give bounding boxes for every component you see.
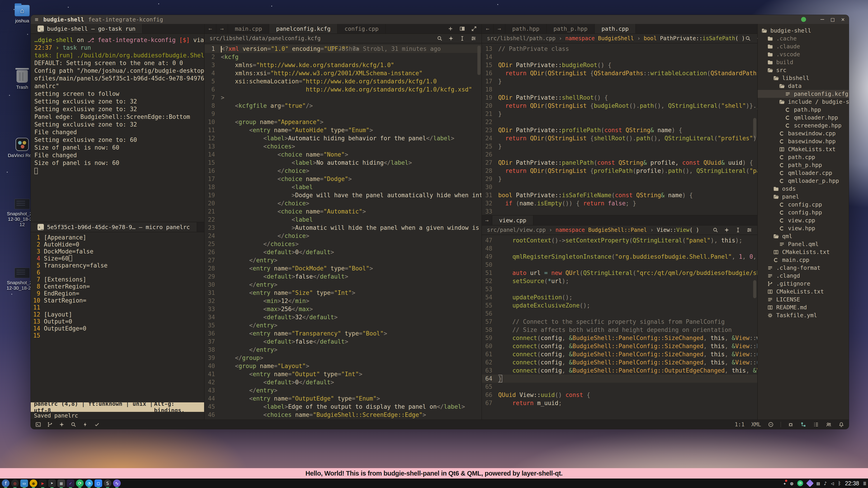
code-line[interactable]: 53 <box>482 285 757 293</box>
code-line[interactable]: 51 auto url = new QUrl(QStringLiteral("q… <box>482 269 757 277</box>
taskbar-app-11[interactable]: ▢ <box>94 480 102 487</box>
code-line[interactable]: 63 connect(config, &BudgieShell::PanelCo… <box>482 366 757 375</box>
micro-line[interactable]: 2AutoHide=0 <box>31 241 204 248</box>
code-line[interactable]: 31 <entry name="Size" type="Int"> <box>205 289 482 297</box>
copilot-icon[interactable] <box>768 422 774 427</box>
breadcrumb[interactable]: src/libshell/path.cpp › namespace Budgie… <box>487 35 745 41</box>
zap-icon[interactable] <box>82 422 88 427</box>
code-line[interactable]: 14 <choice name="None"> <box>205 151 482 159</box>
code-line[interactable]: 2<kcfg <box>205 53 482 61</box>
bug-icon[interactable] <box>788 422 794 427</box>
code-line[interactable]: 16 return QDir(QStringList {QStandardPat… <box>482 69 757 77</box>
code-line[interactable]: 43 </entry> <box>205 386 482 394</box>
taskbar-app-4[interactable]: ● <box>30 480 37 487</box>
tree-item-cmakelists-txt[interactable]: CMakeLists.txt <box>758 288 849 295</box>
tree-item-license[interactable]: LICENSE <box>758 295 849 303</box>
code-line[interactable]: 23QDir PathPrivate::profilePath(const QS… <box>482 126 757 134</box>
cursor-position[interactable]: 1:1 <box>735 421 744 428</box>
code-line[interactable]: 17 <choice name="Dodge"> <box>205 175 482 183</box>
code-line[interactable]: 24 </choice> <box>205 232 482 240</box>
code-line[interactable]: 30 <box>482 183 757 191</box>
tree-item-cmakelists-txt[interactable]: CMakeLists.txt <box>758 145 849 153</box>
code-line[interactable]: 15QDir PathPrivate::budgieRoot() { <box>482 61 757 69</box>
code-line[interactable]: 19QDir PathPrivate::shellRoot() { <box>482 94 757 102</box>
code-line[interactable]: 29 <default>false</default> <box>205 272 482 281</box>
tree-item-panelconfig-kcfg[interactable]: panelconfig.kcfg <box>758 90 849 98</box>
check-icon[interactable] <box>94 422 100 427</box>
code-line[interactable]: 20 return QDir(QStringList {budgieRoot()… <box>482 102 757 110</box>
code-line[interactable]: 42 <default>0</default> <box>205 378 482 386</box>
nav-forward-button[interactable]: → <box>482 216 492 225</box>
micro-line[interactable]: 8CenterRegion= <box>31 283 204 290</box>
code-line[interactable]: 10 <group name="Appearance"> <box>205 118 482 126</box>
editor-settings-icon[interactable] <box>471 35 476 41</box>
code-line[interactable]: 13 <choices> <box>205 142 482 151</box>
inline-assist-icon[interactable] <box>735 227 741 233</box>
micro-line[interactable]: 6 <box>31 269 204 276</box>
code-line[interactable]: 15 <label>No automatic hiding</label> <box>205 159 482 167</box>
tree-item-budgie-shell[interactable]: budgie-shell <box>758 27 849 35</box>
code-line[interactable]: 49 qmlRegisterSingletonInstance("org.bud… <box>482 253 757 261</box>
code-line[interactable]: 39 </group> <box>205 354 482 362</box>
code-line[interactable]: 40 <group name="Layout"> <box>205 362 482 370</box>
tree-item-view-cpp[interactable]: view.cpp <box>758 217 849 224</box>
sparkle-icon[interactable] <box>448 35 454 41</box>
split-pane-icon[interactable] <box>459 26 465 32</box>
bell-icon[interactable] <box>838 422 844 427</box>
code-line[interactable]: 23 >Automatic will hide the panel when a… <box>205 224 482 232</box>
taskbar-app-1[interactable]: f <box>2 480 9 487</box>
taskbar-app-12[interactable]: S <box>104 480 112 487</box>
code-line[interactable]: 37 <default>false</default> <box>205 337 482 346</box>
minimize-button[interactable]: ─ <box>820 16 824 23</box>
tree-item-path-p-hpp[interactable]: path_p.hpp <box>758 161 849 169</box>
code-line[interactable]: 59 connect(config, &BudgieShell::PanelCo… <box>482 334 757 342</box>
editor-panelconfig-kcfg[interactable]: 1<?xml version="1.0" encoding="UTF-8" ?>… <box>205 43 482 420</box>
micro-line[interactable]: 7[Extensions] <box>31 276 204 283</box>
tree-item-build[interactable]: build <box>758 58 849 66</box>
tray-icon[interactable]: ᛒ <box>838 481 841 486</box>
nav-back-button[interactable]: ← <box>482 24 494 33</box>
code-line[interactable]: 52 setSource(*url); <box>482 277 757 285</box>
tree-item-qmlloader-p-hpp[interactable]: qmlloader_p.hpp <box>758 177 849 185</box>
tree-item-cmakelists-txt[interactable]: CMakeLists.txt <box>758 248 849 256</box>
terminal-pane[interactable]: …dgie-shell on ⎇ feat-integrate-kconfig … <box>31 34 204 222</box>
tree-item-basewindow-hpp[interactable]: basewindow.hpp <box>758 137 849 145</box>
micro-line[interactable]: 11 <box>31 304 204 311</box>
taskbar-app-13[interactable]: ∿ <box>113 480 121 487</box>
code-line[interactable]: 27 </entry> <box>205 256 482 264</box>
micro-line[interactable]: 13Output=0 <box>31 318 204 325</box>
clock[interactable]: 22:38 <box>845 480 859 487</box>
tree-item-path-cpp[interactable]: path.cpp <box>758 153 849 161</box>
tree-item-panel[interactable]: panel <box>758 193 849 201</box>
tree-icon[interactable] <box>813 422 819 427</box>
code-line[interactable]: 32 <min>12</min> <box>205 297 482 305</box>
tray-icon[interactable]: ⟳ <box>797 480 803 486</box>
code-line[interactable]: 50 <box>482 261 757 269</box>
code-line[interactable]: 38 </entry> <box>205 346 482 354</box>
micro-line[interactable]: 9EndRegion= <box>31 290 204 297</box>
tree-item-panel-qml[interactable]: Panel.qml <box>758 240 849 248</box>
code-line[interactable]: 8 <kcfgfile arg="true"/> <box>205 102 482 110</box>
tree-item--gitignore[interactable]: .gitignore <box>758 280 849 288</box>
micro-line[interactable]: 12[Layout] <box>31 311 204 318</box>
code-line[interactable]: 34 <default>32</default> <box>205 313 482 321</box>
new-tab-icon[interactable] <box>447 26 454 32</box>
tab-path-hpp[interactable]: path.hpp <box>505 24 547 33</box>
code-line[interactable]: 58 // Size affects both width and height… <box>482 326 757 334</box>
tree-item-data[interactable]: data <box>758 82 849 90</box>
code-line[interactable]: 14 <box>482 53 757 61</box>
tree-item--clangd[interactable]: .clangd <box>758 272 849 280</box>
code-line[interactable]: 24 return QDir(QStringList {shellRoot().… <box>482 134 757 142</box>
code-line[interactable]: 32 if (name.isEmpty()) { return false; } <box>482 199 757 207</box>
code-line[interactable]: 18 <box>482 86 757 94</box>
breadcrumb[interactable]: src/panel/view.cpp › namespace BudgieShe… <box>487 227 699 233</box>
tray-icon[interactable]: ◁ <box>831 481 834 486</box>
window-titlebar[interactable]: ≡ budgie-shell feat-integrate-kconfig ─ … <box>31 15 849 24</box>
micro-line[interactable]: 5Transparency=false <box>31 262 204 269</box>
code-line[interactable]: 7> <box>205 94 482 102</box>
tree-item-libshell[interactable]: libshell <box>758 74 849 82</box>
code-line[interactable]: 30 </entry> <box>205 281 482 289</box>
code-line[interactable]: 11 <entry name="AutoHide" type="Enum"> <box>205 126 482 134</box>
tree-item--vscode[interactable]: .vscode <box>758 51 849 58</box>
code-line[interactable]: 54 updatePosition(); <box>482 293 757 301</box>
